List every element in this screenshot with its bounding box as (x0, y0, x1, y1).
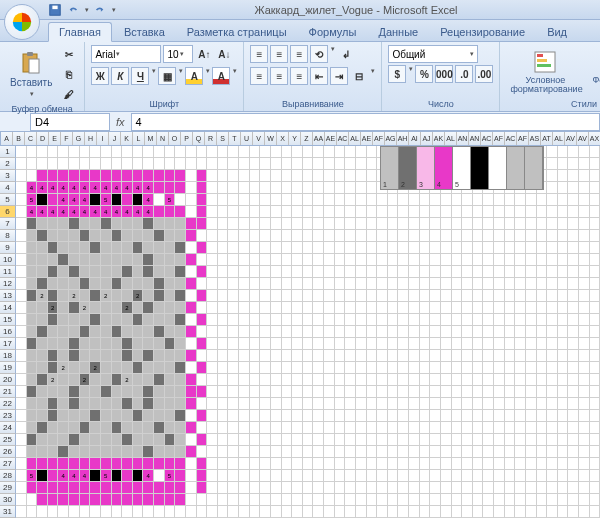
cell[interactable] (186, 206, 197, 218)
cell[interactable] (250, 290, 261, 302)
cell[interactable] (388, 506, 399, 518)
row-header[interactable]: 14 (0, 302, 16, 314)
cell[interactable] (282, 146, 293, 158)
cell[interactable] (515, 206, 526, 218)
cell[interactable]: 5 (112, 194, 123, 206)
cell[interactable] (430, 218, 441, 230)
cell[interactable] (452, 326, 463, 338)
cell[interactable] (207, 230, 218, 242)
cell[interactable] (515, 374, 526, 386)
cell[interactable] (154, 494, 165, 506)
cell[interactable] (122, 458, 133, 470)
cell[interactable] (133, 326, 144, 338)
cell[interactable] (58, 242, 69, 254)
cell[interactable] (16, 218, 27, 230)
cell[interactable] (537, 254, 548, 266)
cell[interactable] (526, 422, 537, 434)
cell[interactable] (303, 458, 314, 470)
cell[interactable] (547, 182, 558, 194)
cell[interactable] (48, 326, 59, 338)
cell[interactable] (388, 386, 399, 398)
cell[interactable] (90, 218, 101, 230)
cell[interactable] (90, 146, 101, 158)
cell[interactable] (452, 410, 463, 422)
cell[interactable] (207, 458, 218, 470)
cell[interactable] (27, 386, 38, 398)
cell[interactable] (558, 182, 569, 194)
column-header[interactable]: L (133, 132, 145, 145)
column-header[interactable]: S (217, 132, 229, 145)
cell[interactable] (260, 434, 271, 446)
cell[interactable] (37, 326, 48, 338)
cell[interactable] (143, 218, 154, 230)
grow-font-icon[interactable]: A↑ (195, 45, 213, 63)
cell[interactable] (207, 326, 218, 338)
cell[interactable] (324, 218, 335, 230)
cell[interactable] (133, 422, 144, 434)
row-header[interactable]: 26 (0, 446, 16, 458)
cell[interactable] (473, 266, 484, 278)
cell[interactable] (207, 374, 218, 386)
cell[interactable] (228, 482, 239, 494)
cell[interactable] (250, 170, 261, 182)
cell[interactable] (473, 194, 484, 206)
cell[interactable] (590, 410, 600, 422)
cell[interactable] (579, 446, 590, 458)
cell[interactable] (473, 458, 484, 470)
cell[interactable] (133, 374, 144, 386)
cell[interactable] (175, 242, 186, 254)
cell[interactable] (228, 338, 239, 350)
cell[interactable] (409, 494, 420, 506)
cell[interactable] (579, 242, 590, 254)
cell[interactable] (462, 374, 473, 386)
cell[interactable] (27, 338, 38, 350)
cell[interactable] (80, 146, 91, 158)
cell[interactable] (271, 230, 282, 242)
cell[interactable] (122, 446, 133, 458)
cell[interactable] (335, 206, 346, 218)
cell[interactable] (420, 242, 431, 254)
cell[interactable] (271, 374, 282, 386)
cell[interactable] (377, 494, 388, 506)
row-header[interactable]: 31 (0, 506, 16, 518)
align-center-icon[interactable]: ≡ (270, 67, 288, 85)
cell[interactable] (313, 218, 324, 230)
cell[interactable] (377, 314, 388, 326)
cell[interactable] (165, 482, 176, 494)
cell[interactable] (324, 302, 335, 314)
cell[interactable] (590, 470, 600, 482)
cell[interactable] (303, 170, 314, 182)
cell[interactable] (69, 410, 80, 422)
cell[interactable] (313, 182, 324, 194)
cell[interactable] (558, 242, 569, 254)
cell[interactable]: 2 (80, 374, 91, 386)
cell[interactable] (133, 434, 144, 446)
cell[interactable] (473, 326, 484, 338)
cell[interactable] (250, 338, 261, 350)
cell[interactable] (335, 218, 346, 230)
cell[interactable] (579, 506, 590, 518)
cell[interactable] (452, 482, 463, 494)
cell[interactable] (494, 434, 505, 446)
cell[interactable] (69, 170, 80, 182)
cell[interactable] (526, 326, 537, 338)
cell[interactable] (537, 242, 548, 254)
cell[interactable] (324, 182, 335, 194)
cell[interactable] (568, 206, 579, 218)
cell[interactable] (335, 458, 346, 470)
cell[interactable] (558, 278, 569, 290)
cell[interactable] (133, 266, 144, 278)
cell[interactable] (367, 170, 378, 182)
cell[interactable] (547, 506, 558, 518)
cell[interactable] (558, 374, 569, 386)
cell[interactable] (303, 494, 314, 506)
cell[interactable] (197, 194, 208, 206)
cell[interactable] (207, 362, 218, 374)
cell[interactable] (356, 350, 367, 362)
cell[interactable] (37, 494, 48, 506)
cell[interactable] (430, 278, 441, 290)
cell[interactable] (515, 482, 526, 494)
cell[interactable] (239, 230, 250, 242)
cell[interactable] (537, 386, 548, 398)
cell[interactable] (143, 482, 154, 494)
